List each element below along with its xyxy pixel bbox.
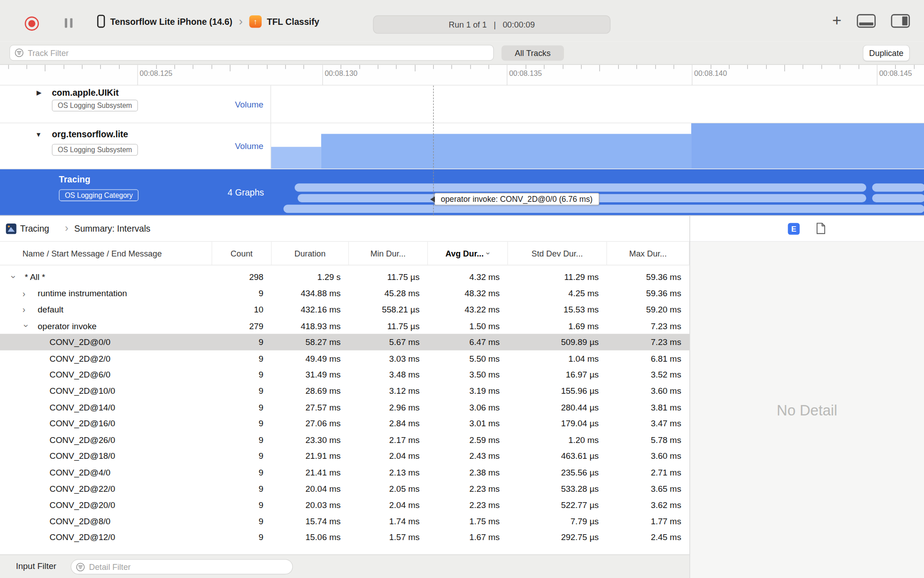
table-row[interactable]: ›runtime instrumentation9434.88 ms45.28 … bbox=[0, 285, 689, 302]
column-header-stddev-duration[interactable]: Std Dev Dur... bbox=[508, 242, 607, 265]
table-row[interactable]: CONV_2D@6/0931.49 ms3.48 ms3.50 ms16.97 … bbox=[0, 367, 689, 383]
disclosure-collapsed-icon[interactable]: › bbox=[23, 289, 38, 298]
lane-label: Volume bbox=[235, 141, 263, 151]
ruler-major-tick bbox=[507, 65, 507, 86]
disclosure-collapsed-icon[interactable]: ▶ bbox=[37, 89, 42, 97]
breadcrumb-root[interactable]: Tracing bbox=[20, 224, 49, 233]
cell-count: 9 bbox=[212, 383, 272, 399]
ruler-tick bbox=[858, 65, 859, 69]
table-row[interactable]: CONV_2D@2/0949.49 ms3.03 ms5.50 ms1.04 m… bbox=[0, 350, 689, 367]
device-target-chip[interactable]: Tensorflow Lite iPhone (14.6) › ↑ TFL Cl… bbox=[97, 13, 319, 30]
table-row[interactable]: CONV_2D@16/0927.06 ms2.84 ms3.01 ms179.0… bbox=[0, 415, 689, 432]
track-row-tracing-selected[interactable]: Tracing OS Logging Category 4 Graphs ope… bbox=[0, 169, 924, 215]
column-header-count[interactable]: Count bbox=[212, 242, 272, 265]
row-name: CONV_2D@2/0 bbox=[50, 354, 111, 363]
column-header-name[interactable]: Name / Start Message / End Message bbox=[0, 242, 212, 265]
track-sidebar-tensorflow: ▼ org.tensorflow.lite OS Logging Subsyst… bbox=[0, 123, 271, 169]
tracing-instrument-icon bbox=[6, 224, 17, 234]
cell-std: 4.25 ms bbox=[508, 285, 607, 302]
disclosure-expanded-icon[interactable]: › bbox=[22, 322, 32, 331]
sort-indicator-icon: › bbox=[484, 252, 493, 255]
cell-duration: 1.29 s bbox=[272, 269, 349, 285]
document-icon[interactable] bbox=[816, 222, 826, 234]
row-name: CONV_2D@12/0 bbox=[50, 533, 116, 542]
table-row[interactable]: CONV_2D@26/0923.30 ms2.17 ms2.59 ms1.20 … bbox=[0, 432, 689, 448]
table-row[interactable]: CONV_2D@10/0928.69 ms3.12 ms3.19 ms155.9… bbox=[0, 383, 689, 399]
table-row[interactable]: ›default10432.16 ms558.21 µs43.22 ms15.5… bbox=[0, 302, 689, 318]
ruler-tick bbox=[452, 65, 452, 69]
interval-bar[interactable] bbox=[283, 205, 924, 213]
cell-std: 533.28 µs bbox=[508, 480, 607, 497]
column-header-max-duration[interactable]: Max Dur... bbox=[607, 242, 689, 265]
disclosure-expanded-icon[interactable]: › bbox=[9, 273, 19, 282]
cell-duration: 27.06 ms bbox=[272, 415, 349, 432]
detail-filter-input[interactable] bbox=[89, 562, 292, 572]
row-name-cell: CONV_2D@16/0 bbox=[0, 415, 212, 432]
volume-area-chart[interactable] bbox=[271, 123, 924, 169]
interval-bar[interactable] bbox=[295, 183, 866, 191]
breadcrumb-page[interactable]: Summary: Intervals bbox=[74, 224, 151, 233]
table-row[interactable]: CONV_2D@14/0927.57 ms2.96 ms3.06 ms280.4… bbox=[0, 399, 689, 415]
track-badge: OS Logging Category bbox=[59, 189, 139, 201]
interval-bar[interactable] bbox=[872, 183, 924, 191]
volume-area-segment bbox=[691, 123, 924, 169]
bottom-panel-toggle-icon[interactable] bbox=[857, 14, 876, 28]
table-row[interactable]: CONV_2D@8/0915.74 ms1.74 ms1.75 ms7.79 µ… bbox=[0, 513, 689, 529]
extended-detail-button[interactable]: E bbox=[788, 223, 799, 235]
all-tracks-button[interactable]: All Tracks bbox=[502, 46, 564, 61]
cell-max: 2.45 ms bbox=[607, 529, 689, 545]
ruler-tick bbox=[415, 65, 415, 71]
table-row[interactable]: CONV_2D@4/0921.41 ms2.13 ms2.38 ms235.56… bbox=[0, 464, 689, 480]
ruler-tick bbox=[27, 65, 27, 69]
track-filter-input[interactable] bbox=[28, 48, 493, 57]
cell-max: 3.60 ms bbox=[607, 383, 689, 399]
disclosure-collapsed-icon[interactable]: › bbox=[23, 305, 38, 315]
playhead-line[interactable] bbox=[433, 85, 434, 215]
panel-divider[interactable] bbox=[689, 215, 690, 578]
table-row[interactable]: CONV_2D@20/0920.03 ms2.04 ms2.23 ms522.7… bbox=[0, 497, 689, 513]
ruler-tick bbox=[674, 65, 674, 69]
column-header-duration[interactable]: Duration bbox=[272, 242, 349, 265]
track-filter-field[interactable] bbox=[9, 45, 494, 61]
ruler-tick bbox=[600, 65, 600, 71]
interval-bar[interactable] bbox=[872, 194, 924, 202]
pause-button[interactable] bbox=[65, 18, 73, 28]
track-row-tensorflow[interactable]: ▼ org.tensorflow.lite OS Logging Subsyst… bbox=[0, 123, 924, 169]
toolbar: Tensorflow Lite iPhone (14.6) › ↑ TFL Cl… bbox=[0, 0, 924, 41]
record-button[interactable] bbox=[25, 17, 39, 31]
table-row[interactable]: CONV_2D@22/0920.04 ms2.05 ms2.23 ms533.2… bbox=[0, 480, 689, 497]
track-row-uikit[interactable]: ▶ com.apple.UIKit OS Logging Subsystem V… bbox=[0, 85, 924, 123]
cell-count: 9 bbox=[212, 432, 272, 448]
table-row[interactable]: CONV_2D@0/0958.27 ms5.67 ms6.47 ms509.89… bbox=[0, 334, 689, 350]
cell-count: 9 bbox=[212, 334, 272, 350]
tracing-intervals[interactable]: operator invoke: CONV_2D@0/0 (6.76 ms) bbox=[271, 169, 924, 215]
cell-min: 558.21 µs bbox=[349, 302, 428, 318]
cell-min: 2.04 ms bbox=[349, 448, 428, 464]
row-name: CONV_2D@26/0 bbox=[50, 435, 116, 445]
duplicate-button[interactable]: Duplicate bbox=[863, 46, 909, 61]
cell-std: 1.69 ms bbox=[508, 318, 607, 334]
add-instrument-button[interactable]: + bbox=[832, 13, 842, 28]
column-header-min-duration[interactable]: Min Dur... bbox=[349, 242, 428, 265]
track-badge: OS Logging Subsystem bbox=[52, 144, 138, 156]
detail-filter-field[interactable] bbox=[71, 559, 293, 574]
row-name: CONV_2D@0/0 bbox=[50, 337, 111, 347]
disclosure-expanded-icon[interactable]: ▼ bbox=[35, 131, 42, 138]
table-row[interactable]: ›* All *2981.29 s11.75 µs4.32 ms11.29 ms… bbox=[0, 269, 689, 285]
track-title: Tracing bbox=[59, 174, 91, 184]
right-panel-toggle-icon[interactable] bbox=[891, 14, 910, 28]
run-status-display: Run 1 of 1 | 00:00:09 bbox=[373, 15, 610, 33]
row-name-cell: CONV_2D@4/0 bbox=[0, 464, 212, 480]
cell-avg: 3.06 ms bbox=[428, 399, 508, 415]
column-header-avg-duration[interactable]: Avg Dur... › bbox=[428, 242, 508, 265]
track-lane-uikit[interactable] bbox=[271, 85, 924, 122]
cell-count: 279 bbox=[212, 318, 272, 334]
table-row[interactable]: ›operator invoke279418.93 ms11.75 µs1.50… bbox=[0, 318, 689, 334]
cell-avg: 1.75 ms bbox=[428, 513, 508, 529]
table-row[interactable]: CONV_2D@12/0915.06 ms1.57 ms1.67 ms292.7… bbox=[0, 529, 689, 545]
table-row[interactable]: CONV_2D@18/0921.91 ms2.04 ms2.43 ms463.6… bbox=[0, 448, 689, 464]
cell-duration: 58.27 ms bbox=[272, 334, 349, 350]
cell-duration: 49.49 ms bbox=[272, 350, 349, 367]
column-header-label: Avg Dur... bbox=[445, 249, 484, 258]
row-name: CONV_2D@16/0 bbox=[50, 419, 116, 429]
